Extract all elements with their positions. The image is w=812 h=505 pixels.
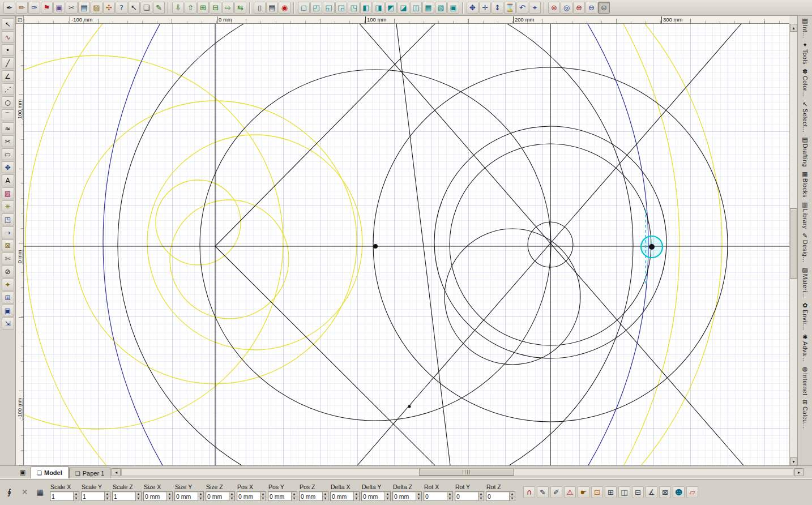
scale-y-spin-up[interactable]: ▲: [105, 492, 110, 497]
vertical-scrollbar[interactable]: ▴ ▾: [789, 24, 797, 465]
arc-icon[interactable]: ⌒: [2, 109, 14, 121]
construction-circle[interactable]: [170, 200, 289, 319]
field-input-pos-x[interactable]: 0 mm▲▼: [237, 491, 266, 501]
delta-y-spin-down[interactable]: ▼: [385, 497, 390, 501]
frame-icon[interactable]: ▯: [254, 2, 266, 14]
pos-y-spin-down[interactable]: ▼: [292, 497, 297, 501]
sidebar-tab-blocks[interactable]: ▦Blocks: [802, 170, 809, 198]
horizontal-scrollbar[interactable]: [121, 468, 793, 476]
flag-icon[interactable]: ⚑: [41, 2, 53, 14]
format-brush-icon[interactable]: ✎: [153, 2, 165, 14]
pen-tool-icon[interactable]: ✒: [3, 2, 15, 14]
circle-icon[interactable]: ○: [2, 96, 14, 108]
point-marker[interactable]: [408, 405, 411, 408]
rot-y-spin-up[interactable]: ▲: [478, 492, 484, 497]
pos-x-spin-up[interactable]: ▲: [260, 492, 266, 497]
field-input-rot-y[interactable]: 0▲▼: [455, 491, 484, 501]
ellipse-icon[interactable]: ⊘: [2, 266, 14, 277]
wireframe-view-icon[interactable]: ◻: [298, 2, 310, 14]
paint-icon[interactable]: ▨: [2, 187, 14, 199]
lock-icon[interactable]: ⊠: [2, 239, 14, 251]
rectangle-icon[interactable]: ▭: [2, 148, 14, 160]
angle-snap-icon[interactable]: ∡: [646, 486, 657, 498]
construction-line[interactable]: [357, 24, 741, 465]
construction-circle[interactable]: [103, 24, 789, 465]
pos-y-spin-up[interactable]: ▲: [292, 492, 297, 497]
center-view-icon[interactable]: ✛: [479, 2, 491, 14]
help-icon[interactable]: ?: [116, 2, 127, 14]
layers-icon[interactable]: ▤: [78, 2, 90, 14]
scissors-tool-icon[interactable]: ✂: [2, 135, 14, 147]
user-icon[interactable]: ☻: [673, 486, 685, 498]
field-input-pos-y[interactable]: 0 mm▲▼: [268, 491, 297, 501]
copy-icon[interactable]: ▣: [2, 305, 14, 316]
top-view-icon[interactable]: ◪: [398, 2, 409, 14]
scale-z-spin-down[interactable]: ▼: [136, 497, 141, 501]
iso-ne-view-icon[interactable]: ◳: [348, 2, 360, 14]
intersect-selection-icon[interactable]: ⊜: [598, 2, 610, 14]
delta-z-spin-up[interactable]: ▲: [416, 492, 421, 497]
delta-x-spin-down[interactable]: ▼: [354, 497, 359, 501]
pos-x-spin-down[interactable]: ▼: [260, 497, 266, 501]
sheets-icon[interactable]: ▣: [17, 468, 28, 477]
sidebar-tab-internet[interactable]: ◍Internet: [802, 365, 809, 396]
left-view-icon[interactable]: ▧: [435, 2, 447, 14]
pencil-tool-icon[interactable]: ✏: [16, 2, 28, 14]
scroll-down-button[interactable]: ▾: [790, 457, 797, 465]
size-z-spin-up[interactable]: ▲: [229, 492, 234, 497]
knife-icon[interactable]: ✄: [2, 252, 14, 264]
rot-x-spin-up[interactable]: ▲: [447, 492, 452, 497]
insert-block-icon[interactable]: ⊞: [197, 2, 209, 14]
star-icon[interactable]: ✦: [2, 279, 14, 290]
sidebar-tab-adva[interactable]: ✱Adva...: [802, 333, 809, 362]
size-z-spin-down[interactable]: ▼: [229, 497, 234, 501]
palette-icon[interactable]: ✣: [103, 2, 115, 14]
sheet-tab-paper-1[interactable]: ❏Paper 1: [69, 468, 111, 478]
lock-grid-icon[interactable]: ⊠: [659, 486, 671, 498]
sidebar-tab-desig[interactable]: ✎Desig...: [802, 232, 809, 263]
sidebar-tab-envir[interactable]: ✿Envir...: [802, 302, 809, 330]
array-icon[interactable]: ⊞: [2, 292, 14, 303]
symbol-icon[interactable]: ✳: [2, 200, 14, 212]
spline-icon[interactable]: ≈: [2, 122, 14, 134]
draw-pen-icon[interactable]: ✐: [550, 486, 562, 498]
zoom-extents-icon[interactable]: ⇲: [2, 318, 14, 329]
magnet-snap-icon[interactable]: ∩: [523, 486, 535, 498]
construction-circle[interactable]: [24, 24, 648, 465]
move-icon[interactable]: ✥: [2, 161, 14, 173]
regen-hourglass-icon[interactable]: ⌛: [504, 2, 516, 14]
sidebar-tab-int[interactable]: ▤Int...: [802, 17, 809, 38]
palette-box-icon[interactable]: ⊡: [591, 486, 603, 498]
size-x-spin-up[interactable]: ▲: [167, 492, 172, 497]
field-input-rot-x[interactable]: 0▲▼: [424, 491, 453, 501]
rot-z-spin-up[interactable]: ▲: [510, 492, 515, 497]
field-input-delta-z[interactable]: 0 mm▲▼: [392, 491, 422, 501]
brush-tool-icon[interactable]: ✑: [28, 2, 40, 14]
point-icon[interactable]: •: [2, 44, 14, 56]
stamp-icon[interactable]: ▣: [53, 2, 65, 14]
scroll-up-button[interactable]: ▴: [790, 24, 797, 32]
construction-line[interactable]: [396, 24, 450, 465]
scroll-right-button[interactable]: ▸: [794, 468, 804, 476]
hidden-line-view-icon[interactable]: ◰: [310, 2, 322, 14]
zoom-vertical-icon[interactable]: ↕: [492, 2, 503, 14]
annotate-icon[interactable]: ☛: [578, 486, 589, 498]
add-selection-icon[interactable]: ⊕: [573, 2, 585, 14]
undo-view-icon[interactable]: ↶: [516, 2, 528, 14]
shaded-view-icon[interactable]: ◱: [323, 2, 335, 14]
iso-se-view-icon[interactable]: ◨: [373, 2, 384, 14]
field-input-delta-y[interactable]: 0 mm▲▼: [361, 491, 391, 501]
selection-info-icon[interactable]: ▦: [34, 486, 46, 498]
construction-circle[interactable]: [147, 135, 362, 350]
sidebar-tab-tools[interactable]: ✦Tools: [802, 41, 809, 65]
point-marker[interactable]: [373, 244, 378, 249]
scale-x-spin-up[interactable]: ▲: [74, 492, 79, 497]
sidebar-tab-library[interactable]: ▥Library: [802, 201, 809, 229]
clear-selection-icon[interactable]: ✕: [19, 486, 31, 498]
stop-icon[interactable]: ◉: [279, 2, 290, 14]
parallelogram-icon[interactable]: ▱: [686, 486, 698, 498]
sidebar-tab-drafting[interactable]: ▤Drafting: [802, 136, 809, 167]
delta-y-spin-up[interactable]: ▲: [385, 492, 390, 497]
field-input-scale-y[interactable]: 1▲▼: [81, 491, 110, 501]
aim-icon[interactable]: ⌖: [529, 2, 541, 14]
